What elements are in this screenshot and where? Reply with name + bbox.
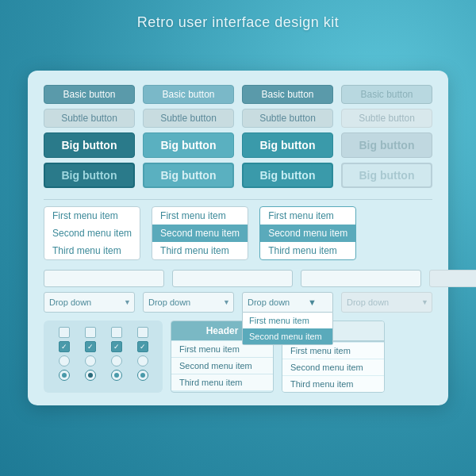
radio-5[interactable] xyxy=(52,370,76,381)
checkbox-8-box[interactable]: ✓ xyxy=(137,341,148,352)
dropdown-2-wrap: Drop down ▼ xyxy=(143,292,234,313)
dropdown-3-item-1[interactable]: First menu item xyxy=(243,313,332,328)
checkbox-3-box[interactable] xyxy=(111,327,122,338)
subtle-buttons-row: Subtle button Subtle button Subtle butto… xyxy=(44,109,432,128)
radio-2-btn[interactable] xyxy=(85,355,96,367)
radio-4-btn[interactable] xyxy=(137,355,148,367)
basic-button-2[interactable]: Basic button xyxy=(143,85,234,104)
basic-buttons-row: Basic button Basic button Basic button B… xyxy=(44,85,432,104)
menu-2-item-3[interactable]: Third menu item xyxy=(152,242,248,259)
checkbox-7[interactable]: ✓ xyxy=(104,341,129,352)
radio-1-btn[interactable] xyxy=(59,355,70,367)
text-inputs-row xyxy=(44,270,432,287)
menu-1-item-3[interactable]: Third menu item xyxy=(44,242,140,259)
menu-1-item-1[interactable]: First menu item xyxy=(44,207,140,225)
dropdown-1[interactable]: Drop down xyxy=(44,292,135,313)
divider-1 xyxy=(44,199,432,200)
radio-5-btn[interactable] xyxy=(59,370,70,381)
table-light-row-2[interactable]: Second menu item xyxy=(282,359,384,375)
checkbox-6-box[interactable]: ✓ xyxy=(85,341,96,352)
page-title: Retro user interface design kit xyxy=(0,14,476,31)
big-buttons-row-2: Big button Big button Big button Big but… xyxy=(44,163,432,188)
dropdown-3-chevron: ▼ xyxy=(308,298,317,307)
big-buttons-row-1: Big button Big button Big button Big but… xyxy=(44,132,432,158)
radio-7[interactable] xyxy=(104,370,129,381)
checkbox-6[interactable]: ✓ xyxy=(78,341,102,352)
radio-2[interactable] xyxy=(78,355,102,367)
table-dark-row-3[interactable]: Third menu item xyxy=(171,374,273,390)
dropdown-2[interactable]: Drop down xyxy=(143,292,234,313)
checkbox-3[interactable] xyxy=(104,327,129,338)
menu-3-item-2[interactable]: Second menu item xyxy=(260,225,355,242)
dropdown-4-wrap: Drop down ▼ xyxy=(341,292,432,313)
subtle-button-3[interactable]: Subtle button xyxy=(242,109,333,128)
basic-button-4[interactable]: Basic button xyxy=(341,85,432,104)
checkbox-4-box[interactable] xyxy=(137,327,148,338)
radio-4[interactable] xyxy=(130,355,155,367)
radio-8[interactable] xyxy=(130,370,155,381)
checkbox-5-box[interactable]: ✓ xyxy=(59,341,70,352)
big-outline-button-dark[interactable]: Big button xyxy=(44,163,135,188)
text-input-2[interactable] xyxy=(172,270,293,287)
menu-3: First menu item Second menu item Third m… xyxy=(259,206,356,260)
dropdown-3-menu: First menu item Second menu item xyxy=(242,313,333,345)
big-button-dark[interactable]: Big button xyxy=(44,132,135,158)
menu-2-item-2[interactable]: Second menu item xyxy=(152,225,248,242)
checkbox-7-box[interactable]: ✓ xyxy=(111,341,122,352)
text-input-4[interactable] xyxy=(429,270,476,287)
big-button-mid[interactable]: Big button xyxy=(143,132,234,158)
big-outline-button-disabled[interactable]: Big button xyxy=(341,163,432,188)
menu-1: First menu item Second menu item Third m… xyxy=(44,206,140,260)
table-light-row-3[interactable]: Third menu item xyxy=(282,375,384,392)
bottom-section: ✓ ✓ ✓ ✓ Header xyxy=(44,321,432,393)
dropdown-3-open: Drop down ▼ First menu item Second menu … xyxy=(242,292,333,313)
menu-2-item-1[interactable]: First menu item xyxy=(152,207,248,225)
checkbox-1[interactable] xyxy=(52,327,76,338)
dropdown-3-button[interactable]: Drop down ▼ xyxy=(242,292,333,313)
basic-button-3[interactable]: Basic button xyxy=(242,85,333,104)
checkbox-grid: ✓ ✓ ✓ ✓ xyxy=(52,327,155,381)
radio-6[interactable] xyxy=(78,370,102,381)
dropdown-3-item-2[interactable]: Second menu item xyxy=(243,328,332,344)
menu-3-item-3[interactable]: Third menu item xyxy=(260,242,355,259)
big-outline-button-bright[interactable]: Big button xyxy=(242,163,333,188)
text-input-3[interactable] xyxy=(301,270,421,287)
radio-3-btn[interactable] xyxy=(111,355,122,367)
checkbox-4[interactable] xyxy=(130,327,155,338)
menu-3-item-1[interactable]: First menu item xyxy=(260,207,355,225)
menu-2: First menu item Second menu item Third m… xyxy=(152,206,248,260)
radio-3[interactable] xyxy=(104,355,129,367)
page-background: Retro user interface design kit Basic bu… xyxy=(0,0,476,476)
dropdowns-row: Drop down ▼ Drop down ▼ Drop down ▼ xyxy=(44,292,432,313)
main-card: Basic button Basic button Basic button B… xyxy=(28,71,448,405)
big-button-bright[interactable]: Big button xyxy=(242,132,333,158)
subtle-button-2[interactable]: Subtle button xyxy=(143,109,234,128)
checkbox-2[interactable] xyxy=(78,327,102,338)
checks-section: ✓ ✓ ✓ ✓ xyxy=(44,321,163,393)
radio-1[interactable] xyxy=(52,355,76,367)
buttons-section: Basic button Basic button Basic button B… xyxy=(44,85,432,188)
dropdown-1-wrap: Drop down ▼ xyxy=(44,292,135,313)
subtle-button-4[interactable]: Subtle button xyxy=(341,109,432,128)
radio-7-btn[interactable] xyxy=(111,370,122,381)
big-button-disabled[interactable]: Big button xyxy=(341,132,432,158)
subtle-button-1[interactable]: Subtle button xyxy=(44,109,135,128)
radio-6-btn[interactable] xyxy=(85,370,96,381)
basic-button-1[interactable]: Basic button xyxy=(44,85,135,104)
menus-section: First menu item Second menu item Third m… xyxy=(44,206,432,260)
radio-8-btn[interactable] xyxy=(137,370,148,381)
text-input-1[interactable] xyxy=(44,270,164,287)
menu-1-item-2[interactable]: Second menu item xyxy=(44,225,140,242)
table-dark-row-2[interactable]: Second menu item xyxy=(171,357,273,374)
inputs-section: Drop down ▼ Drop down ▼ Drop down ▼ xyxy=(44,270,432,313)
checkbox-5[interactable]: ✓ xyxy=(52,341,76,352)
checkbox-1-box[interactable] xyxy=(59,327,70,338)
checkbox-2-box[interactable] xyxy=(85,327,96,338)
dropdown-3-label: Drop down xyxy=(248,298,290,307)
big-outline-button-mid[interactable]: Big button xyxy=(143,163,234,188)
checkbox-8[interactable]: ✓ xyxy=(130,341,155,352)
dropdown-4[interactable]: Drop down xyxy=(341,292,432,313)
